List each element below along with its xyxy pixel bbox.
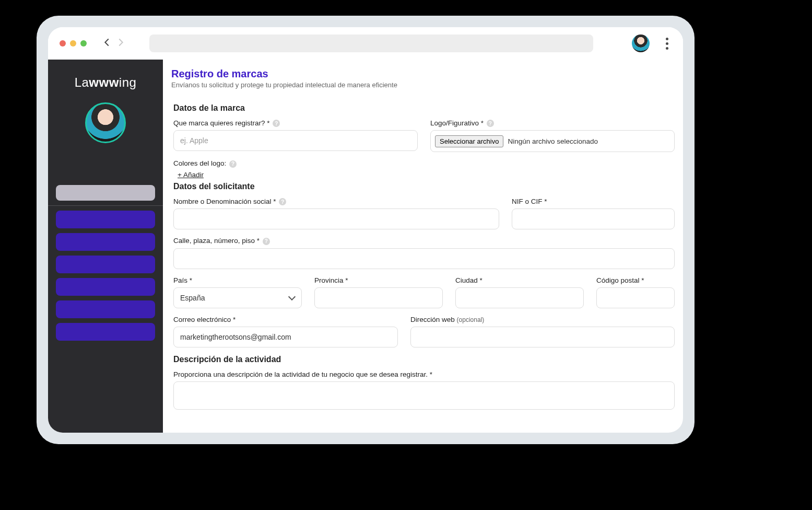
logo-file-input[interactable]: Seleccionar archivo Ningún archivo selec… [430, 130, 675, 152]
sidebar-item[interactable] [56, 256, 155, 273]
window-controls [60, 40, 87, 47]
sidebar-item[interactable] [56, 185, 155, 201]
brand-logo: Lawwwing [75, 75, 137, 90]
forward-button [115, 37, 126, 50]
main-content: Registro de marcas Envíanos tu solicitud… [163, 60, 683, 433]
sidebar-item[interactable] [56, 300, 155, 318]
file-select-button[interactable]: Seleccionar archivo [435, 135, 503, 147]
browser-menu-icon[interactable] [662, 38, 672, 50]
country-label: País * [173, 276, 302, 284]
profile-avatar[interactable] [632, 34, 650, 52]
applicant-name-label: Nombre o Denominación social * ? [173, 198, 499, 205]
help-icon[interactable]: ? [279, 198, 286, 205]
postal-label: Código postal * [596, 276, 675, 284]
minimize-window-icon[interactable] [70, 40, 76, 47]
device-frame: Lawwwing Registro de marcas Envíanos tu … [37, 16, 695, 444]
page-title: Registro de marcas [171, 68, 675, 80]
postal-input[interactable] [596, 287, 675, 308]
address-label: Calle, plaza, número, piso * ? [173, 237, 675, 245]
brand-name-input[interactable] [173, 130, 418, 151]
email-input[interactable] [173, 327, 398, 347]
url-bar[interactable] [149, 34, 593, 52]
web-input[interactable] [410, 327, 675, 347]
page-subtitle: Envíanos tu solicitud y protege tu propi… [171, 81, 675, 89]
province-input[interactable] [314, 287, 443, 308]
sidebar: Lawwwing [48, 60, 163, 433]
help-icon[interactable]: ? [487, 120, 494, 127]
help-icon[interactable]: ? [273, 120, 280, 127]
city-input[interactable] [455, 287, 584, 308]
sidebar-item[interactable] [56, 211, 155, 228]
help-icon[interactable]: ? [229, 160, 237, 168]
activity-desc-input[interactable] [173, 381, 675, 410]
logo-colors-label: Colores del logo: ? [173, 159, 237, 167]
brand-name-label: Que marca quieres registrar? * ? [173, 119, 418, 127]
city-label: Ciudad * [455, 276, 584, 284]
web-label: Dirección web (opcional) [410, 316, 675, 323]
maximize-window-icon[interactable] [80, 40, 87, 47]
section-activity-title: Descripción de la actividad [173, 355, 675, 364]
browser-topbar [48, 27, 683, 60]
add-color-link[interactable]: + Añadir [173, 171, 237, 179]
help-icon[interactable]: ? [263, 238, 270, 245]
country-select[interactable]: España [173, 287, 302, 308]
nav-arrows [101, 37, 126, 50]
email-label: Correo electrónico * [173, 316, 398, 323]
screen: Lawwwing Registro de marcas Envíanos tu … [48, 27, 683, 433]
sidebar-divider [48, 205, 163, 206]
nif-input[interactable] [512, 208, 675, 229]
close-window-icon[interactable] [60, 40, 66, 47]
back-button[interactable] [101, 37, 113, 50]
activity-desc-label: Proporciona una descripción de la activi… [173, 370, 675, 378]
nif-label: NIF o CIF * [512, 198, 675, 205]
logo-label: Logo/Figurativo * ? [430, 119, 675, 127]
section-applicant-title: Datos del solicitante [173, 182, 675, 191]
sidebar-item[interactable] [56, 323, 155, 341]
applicant-name-input[interactable] [173, 208, 499, 229]
file-status-text: Ningún archivo seleccionado [508, 137, 598, 145]
sidebar-item[interactable] [56, 278, 155, 296]
sidebar-avatar[interactable] [85, 102, 126, 143]
section-brand-title: Datos de la marca [173, 103, 675, 113]
address-input[interactable] [173, 248, 675, 269]
province-label: Provincia * [314, 276, 443, 284]
sidebar-item[interactable] [56, 233, 155, 251]
